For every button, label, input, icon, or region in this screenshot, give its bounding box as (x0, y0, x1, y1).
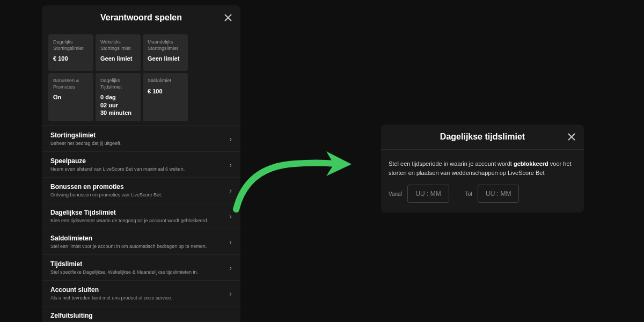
card-label: WekelijksStortingslimiet (100, 39, 136, 52)
card-label: Saldolimiet (148, 78, 183, 84)
card-label: DagelijksStortingslimiet (53, 39, 89, 52)
section-self-exclusion[interactable]: Zelfuitsluiting (42, 306, 240, 322)
section-desc: Beheer het bedrag dat jij uitgeeft. (50, 141, 229, 146)
chevron-right-icon: › (229, 135, 232, 143)
section-desc: Als u niet tevreden bent met ons product… (50, 295, 229, 301)
modal-body: Stel een tijdsperiode in waarin je accou… (381, 150, 584, 213)
section-deposit-limit[interactable]: Stortingslimiet Beheer het bedrag dat ji… (42, 126, 240, 152)
daily-time-limit-modal: Dagelijkse tijdslimiet Stel een tijdsper… (381, 125, 584, 213)
card-value: € 100 (53, 55, 89, 62)
card-label: MaandelijksStortingslimiet (148, 39, 183, 52)
section-desc: Stel specifieke Dagelijkse, Wekelijkse &… (50, 269, 229, 275)
from-label: Vanaf (389, 191, 402, 197)
chevron-right-icon: › (229, 264, 232, 272)
time-to-input[interactable]: UU : MM (478, 185, 519, 203)
section-title: Zelfuitsluiting (50, 312, 232, 319)
section-desc: Kies een tijdsvenster waarin de toegang … (50, 218, 229, 223)
card-daily-deposit[interactable]: DagelijksStortingslimiet € 100 (48, 34, 93, 71)
modal-title: Verantwoord spelen (100, 13, 182, 23)
card-value: Geen limiet (148, 55, 183, 62)
close-button[interactable] (567, 132, 576, 142)
section-title: Stortingslimiet (50, 131, 229, 139)
section-title: Tijdslimiet (50, 260, 229, 268)
section-desc: Stel een limiet voor je account in om au… (50, 244, 229, 249)
card-weekly-deposit[interactable]: WekelijksStortingslimiet Geen limiet (96, 34, 141, 71)
section-title: Speelpauze (50, 157, 229, 165)
section-balance-limits[interactable]: Saldolimieten Stel een limiet voor je ac… (42, 229, 240, 255)
chevron-right-icon: › (229, 212, 232, 221)
close-icon (568, 133, 575, 141)
section-time-limit[interactable]: Tijdslimiet Stel specifieke Dagelijkse, … (42, 255, 240, 281)
to-label: Tot (465, 191, 472, 197)
section-desc: Neem even afstand van LiveScore Bet van … (50, 166, 229, 172)
section-title: Bonussen en promoties (50, 183, 229, 191)
settings-sections: Stortingslimiet Beheer het bedrag dat ji… (42, 126, 240, 322)
responsible-gaming-modal: Verantwoord spelen DagelijksStortingslim… (42, 5, 240, 322)
close-icon (224, 14, 232, 21)
card-label: DagelijksTijdslimiet (100, 78, 136, 90)
modal-header: Verantwoord spelen (42, 5, 240, 30)
modal-title: Dagelijkse tijdslimiet (440, 132, 525, 142)
time-range-row: Vanaf UU : MM Tot UU : MM (389, 185, 576, 203)
section-title: Account sluiten (50, 286, 229, 294)
card-value: On (53, 93, 89, 101)
card-value: Geen limiet (100, 55, 136, 62)
card-balance-limit[interactable]: Saldolimiet € 100 (143, 73, 188, 121)
section-close-account[interactable]: Account sluiten Als u niet tevreden bent… (42, 281, 240, 306)
close-button[interactable] (223, 13, 233, 23)
time-from-input[interactable]: UU : MM (407, 185, 449, 203)
time-to-field: Tot UU : MM (465, 185, 519, 203)
card-bonuses[interactable]: Bonussen &Promoties On (48, 73, 93, 121)
modal-header: Dagelijkse tijdslimiet (381, 125, 584, 150)
section-bonuses[interactable]: Bonussen en promoties Ontvang bonussen e… (42, 178, 240, 203)
chevron-right-icon: › (229, 186, 232, 195)
card-daily-time-limit[interactable]: DagelijksTijdslimiet 0 dag02 uur30 minut… (96, 73, 141, 121)
section-daily-time-limit[interactable]: Dagelijkse Tijdslimiet Kies een tijdsven… (42, 203, 240, 229)
card-value: 0 dag02 uur30 minuten (100, 93, 136, 116)
chevron-right-icon: › (229, 238, 232, 246)
limit-cards-grid: DagelijksStortingslimiet € 100 Wekelijks… (42, 30, 240, 126)
section-title: Saldolimieten (50, 235, 229, 242)
card-label: Bonussen &Promoties (53, 78, 89, 90)
chevron-right-icon: › (229, 289, 232, 298)
section-desc: Ontvang bonussen en promoties van LiveSc… (50, 192, 229, 197)
instruction-text: Stel een tijdsperiode in waarin je accou… (389, 159, 576, 177)
section-play-pause[interactable]: Speelpauze Neem even afstand van LiveSco… (42, 152, 240, 178)
card-value: € 100 (148, 87, 183, 95)
section-title: Dagelijkse Tijdslimiet (50, 209, 229, 216)
time-from-field: Vanaf UU : MM (389, 185, 449, 203)
card-monthly-deposit[interactable]: MaandelijksStortingslimiet Geen limiet (143, 34, 188, 71)
chevron-right-icon: › (229, 160, 232, 169)
